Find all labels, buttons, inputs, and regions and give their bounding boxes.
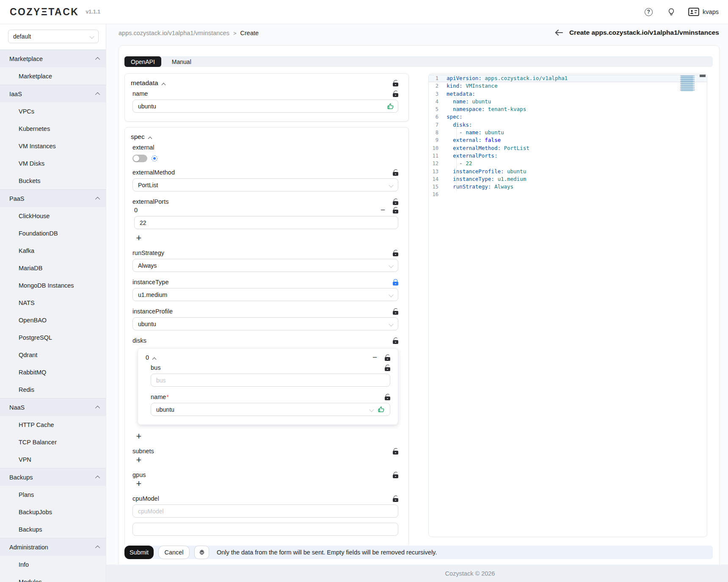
- unlock-icon[interactable]: [393, 448, 398, 455]
- sidebar-item-clickhouse[interactable]: ClickHouse: [0, 207, 106, 224]
- metadata-name-input[interactable]: [132, 100, 398, 113]
- line-content[interactable]: externalMethod: PortList: [447, 144, 707, 152]
- line-content[interactable]: disks:: [447, 121, 707, 129]
- sidebar-group-naas[interactable]: NaaS: [0, 399, 106, 416]
- sidebar-item-vm-disks[interactable]: VM Disks: [0, 155, 106, 172]
- sidebar-item-mariadb[interactable]: MariaDB: [0, 259, 106, 277]
- sidebar-item-nats[interactable]: NATS: [0, 294, 106, 311]
- editor-line[interactable]: 5 namespace: tenant-kvaps: [429, 105, 707, 113]
- sidebar-item-mongodb-instances[interactable]: MongoDB Instances: [0, 277, 106, 294]
- line-content[interactable]: instanceType: u1.medium: [447, 175, 707, 183]
- editor-scrollbar-thumb[interactable]: [700, 75, 706, 77]
- externalports-item-input[interactable]: [134, 216, 398, 229]
- help-button[interactable]: ?: [643, 6, 654, 18]
- user-menu[interactable]: kvaps: [688, 8, 719, 16]
- editor-line[interactable]: 10 externalMethod: PortList: [429, 144, 707, 152]
- sidebar-item-backupjobs[interactable]: BackupJobs: [0, 503, 106, 521]
- line-content[interactable]: spec:: [447, 113, 707, 121]
- sidebar-item-modules[interactable]: Modules: [0, 573, 106, 582]
- sidebar-item-openbao[interactable]: OpenBAO: [0, 311, 106, 329]
- sidebar-item-marketplace[interactable]: Marketplace: [0, 67, 106, 85]
- sidebar-item-tcp-balancer[interactable]: TCP Balancer: [0, 433, 106, 451]
- add-subnet-button[interactable]: +: [134, 455, 143, 465]
- unlock-icon[interactable]: [393, 207, 398, 213]
- disk-bus-input[interactable]: [151, 374, 390, 387]
- sidebar-item-qdrant[interactable]: Qdrant: [0, 346, 106, 363]
- line-content[interactable]: instanceProfile: ubuntu: [447, 168, 707, 175]
- line-content[interactable]: namespace: tenant-kvaps: [447, 105, 707, 113]
- spec-section-title[interactable]: spec: [131, 133, 152, 141]
- sidebar-item-vpcs[interactable]: VPCs: [0, 103, 106, 120]
- yaml-editor-panel[interactable]: 1apiVersion: apps.cozystack.io/v1alpha12…: [428, 73, 707, 537]
- line-content[interactable]: [447, 191, 707, 198]
- unlock-icon[interactable]: [393, 496, 398, 502]
- editor-line[interactable]: 3metadata:: [429, 90, 707, 98]
- line-content[interactable]: - name: ubuntu: [447, 129, 707, 136]
- editor-line[interactable]: 13 instanceProfile: ubuntu: [429, 168, 707, 175]
- add-gpu-button[interactable]: +: [134, 479, 143, 488]
- default-value-indicator-icon[interactable]: [152, 155, 157, 161]
- unlock-icon[interactable]: [385, 365, 390, 371]
- cpumodel-input[interactable]: [132, 504, 398, 518]
- remove-disk-button[interactable]: −: [372, 355, 377, 360]
- sidebar-item-foundationdb[interactable]: FoundationDB: [0, 224, 106, 242]
- editor-line[interactable]: 12 - 22: [429, 160, 707, 167]
- unlock-icon[interactable]: [385, 355, 390, 361]
- sidebar-item-postgresql[interactable]: PostgreSQL: [0, 329, 106, 346]
- sidebar-group-paas[interactable]: PaaS: [0, 190, 106, 207]
- sidebar-item-kubernetes[interactable]: Kubernetes: [0, 120, 106, 137]
- tab-manual[interactable]: Manual: [165, 56, 198, 67]
- line-content[interactable]: kind: VMInstance: [447, 82, 707, 90]
- sidebar-item-http-cache[interactable]: HTTP Cache: [0, 416, 106, 433]
- sidebar-item-rabbitmq[interactable]: RabbitMQ: [0, 363, 106, 381]
- instancetype-select[interactable]: u1.medium: [132, 288, 398, 301]
- line-content[interactable]: external: false: [447, 136, 707, 144]
- sidebar-item-vpn[interactable]: VPN: [0, 451, 106, 468]
- instanceprofile-select[interactable]: ubuntu: [132, 317, 398, 330]
- unlock-icon[interactable]: [393, 199, 398, 205]
- sidebar-item-kafka[interactable]: Kafka: [0, 242, 106, 259]
- external-toggle[interactable]: [132, 155, 147, 162]
- editor-line[interactable]: 7 disks:: [429, 121, 707, 129]
- editor-line[interactable]: 6spec:: [429, 113, 707, 121]
- sidebar-group-iaas[interactable]: IaaS: [0, 85, 106, 103]
- disk-name-select[interactable]: ubuntu: [151, 403, 390, 416]
- externalmethod-select[interactable]: PortList: [132, 178, 398, 191]
- editor-line[interactable]: 11 externalPorts:: [429, 152, 707, 160]
- sidebar-item-buckets[interactable]: Buckets: [0, 172, 106, 189]
- sidebar-item-redis[interactable]: Redis: [0, 381, 106, 398]
- unlock-icon[interactable]: [393, 169, 398, 176]
- line-content[interactable]: name: ubuntu: [447, 98, 707, 105]
- sidebar-item-info[interactable]: Info: [0, 556, 106, 573]
- spec-clipped-field-input[interactable]: [132, 523, 398, 536]
- editor-line[interactable]: 9 external: false: [429, 136, 707, 144]
- unlock-icon[interactable]: [393, 91, 398, 97]
- add-port-button[interactable]: +: [134, 233, 143, 243]
- breadcrumb-path[interactable]: apps.cozystack.io/v1alpha1/vminstances: [119, 30, 229, 36]
- line-content[interactable]: metadata:: [447, 90, 707, 98]
- sidebar-group-administration[interactable]: Administration: [0, 538, 106, 556]
- remove-port-button[interactable]: −: [381, 207, 385, 213]
- editor-minimap[interactable]: [680, 75, 699, 91]
- unlock-icon[interactable]: [393, 80, 398, 86]
- unlock-icon[interactable]: [393, 472, 398, 478]
- unlock-icon[interactable]: [385, 394, 390, 400]
- cancel-button[interactable]: Cancel: [158, 546, 190, 559]
- add-disk-button[interactable]: +: [134, 432, 143, 441]
- editor-line[interactable]: 2kind: VMInstance: [429, 82, 707, 90]
- sidebar-group-backups[interactable]: Backups: [0, 468, 106, 486]
- lock-icon[interactable]: [393, 279, 398, 285]
- sidebar-item-plans[interactable]: Plans: [0, 486, 106, 503]
- sidebar-group-marketplace[interactable]: Marketplace: [0, 50, 106, 67]
- unlock-icon[interactable]: [393, 308, 398, 315]
- sidebar-item-vm-instances[interactable]: VM Instances: [0, 137, 106, 155]
- sidebar-item-backups[interactable]: Backups: [0, 521, 106, 538]
- editor-line[interactable]: 8 - name: ubuntu: [429, 129, 707, 136]
- disk-item-index[interactable]: 0: [146, 354, 156, 361]
- line-content[interactable]: runStrategy: Always: [447, 183, 707, 191]
- editor-line[interactable]: 4 name: ubuntu: [429, 98, 707, 105]
- editor-line[interactable]: 1apiVersion: apps.cozystack.io/v1alpha1: [429, 75, 707, 82]
- unlock-icon[interactable]: [393, 338, 398, 344]
- line-content[interactable]: - 22: [447, 160, 707, 167]
- tab-openapi[interactable]: OpenAPI: [124, 56, 161, 67]
